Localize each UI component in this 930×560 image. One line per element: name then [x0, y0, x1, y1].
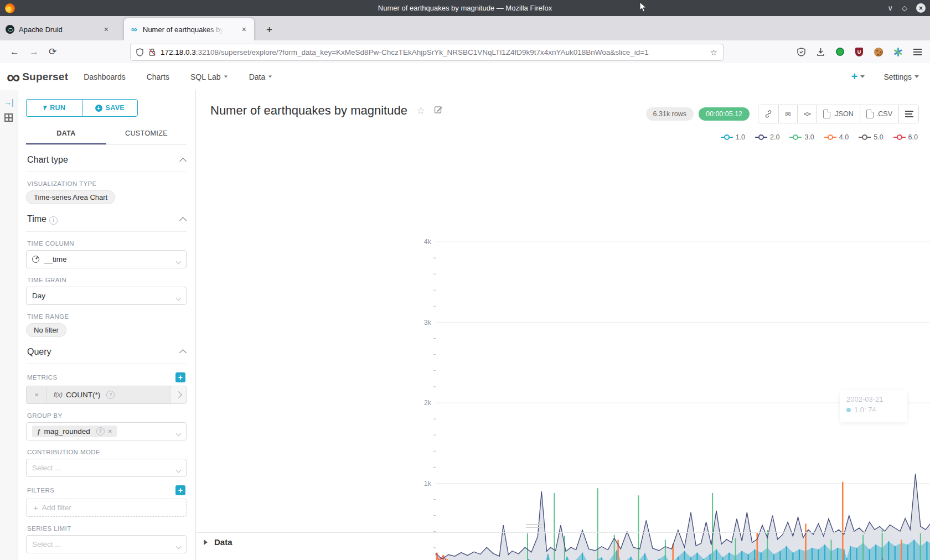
query-timer-badge: 00:00:05.12 — [699, 107, 750, 121]
extension-green-icon[interactable] — [835, 47, 845, 57]
group-by-select[interactable]: ƒmag_rounded?× — [26, 422, 187, 440]
chart-title: Numer of earthquakes by magnitude — [210, 103, 407, 118]
superset-navbar: ∞ Superset DashboardsChartsSQL LabData +… — [0, 63, 930, 91]
series-limit-select[interactable]: Select ... — [26, 535, 187, 553]
tab-label: Numer of earthquakes by — [143, 25, 224, 34]
window-maximize-button[interactable]: ◇ — [902, 4, 907, 12]
extension-burst-icon[interactable] — [893, 47, 903, 57]
forward-button[interactable]: → — [29, 46, 39, 58]
cookie-extension-icon[interactable] — [874, 47, 884, 57]
chevron-up-icon — [179, 217, 187, 224]
browser-tab-earthquakes[interactable]: ∞ Numer of earthquakes by × — [124, 18, 254, 40]
group-by-pill[interactable]: ƒmag_rounded?× — [32, 426, 117, 437]
svg-text:1k: 1k — [424, 480, 432, 488]
back-button[interactable]: ← — [10, 46, 19, 58]
reload-button[interactable]: ⟳ — [49, 46, 56, 58]
control-panel: RUN +SAVE DATA CUSTOMIZE Chart type VISU… — [18, 90, 196, 560]
add-filter-button[interactable]: + — [175, 485, 185, 495]
tab-close-icon[interactable]: × — [102, 24, 111, 35]
info-icon: i — [49, 216, 58, 225]
chart-menu-button[interactable] — [899, 105, 918, 123]
superset-icon: ∞ — [130, 25, 138, 34]
chart-container: Numer of earthquakes by magnitude ☆ 6.31… — [196, 90, 930, 560]
lock-insecure-icon[interactable] — [149, 48, 156, 56]
legend-marker-icon — [859, 135, 871, 139]
share-link-button[interactable] — [758, 105, 779, 123]
druid-icon — [6, 25, 14, 34]
data-panel-toggle[interactable]: Data — [204, 537, 232, 547]
panel-resize-handle[interactable] — [526, 524, 542, 530]
collapse-panel-icon[interactable]: →| — [4, 98, 18, 107]
file-icon — [866, 110, 874, 118]
navbar-item-charts[interactable]: Charts — [147, 72, 169, 81]
url-bar[interactable]: 172.18.0.3:32108/superset/explore/?form_… — [130, 44, 724, 61]
clock-icon — [32, 256, 39, 263]
time-range-pill[interactable]: No filter — [26, 323, 66, 337]
navbar-item-dashboards[interactable]: Dashboards — [84, 72, 126, 81]
url-text[interactable]: 172.18.0.3:32108/superset/explore/?form_… — [161, 48, 705, 56]
add-filter-dropzone[interactable]: +Add filter — [26, 499, 187, 517]
app-menu-icon[interactable] — [912, 47, 922, 57]
window-close-button[interactable]: × — [916, 3, 926, 13]
new-tab-button[interactable]: + — [262, 24, 277, 36]
legend-item-1.0[interactable]: 1.0 — [721, 133, 745, 141]
superset-logo[interactable]: ∞ Superset — [7, 69, 68, 85]
legend-item-3.0[interactable]: 3.0 — [789, 133, 814, 141]
expand-metric-icon[interactable] — [170, 386, 186, 403]
legend-marker-icon — [824, 135, 836, 139]
save-button[interactable]: +SAVE — [82, 99, 138, 117]
legend-item-5.0[interactable]: 5.0 — [859, 133, 883, 141]
tooltip-date: 2002-03-21 — [846, 395, 901, 403]
run-button[interactable]: RUN — [26, 99, 82, 117]
chart-legend: 1.02.03.04.05.06.0 — [721, 133, 918, 141]
legend-item-2.0[interactable]: 2.0 — [755, 133, 779, 141]
datasource-grid-icon[interactable] — [4, 113, 13, 122]
metric-count-pill[interactable]: × f(x)COUNT(*)? — [26, 386, 187, 404]
ublock-shield-icon[interactable]: U — [854, 47, 864, 57]
navbar-add-button[interactable]: + — [851, 70, 865, 83]
downloads-icon[interactable] — [815, 47, 825, 57]
section-chart-type[interactable]: Chart type — [26, 145, 187, 172]
viz-type-pill[interactable]: Time-series Area Chart — [26, 190, 115, 204]
bookmark-star-icon[interactable]: ☆ — [710, 48, 717, 58]
expand-arrow-icon — [204, 540, 208, 545]
legend-item-4.0[interactable]: 4.0 — [824, 133, 849, 141]
section-time[interactable]: Timei — [26, 204, 187, 232]
window-title: Numer of earthquakes by magnitude — Mozi… — [0, 4, 930, 12]
series-limit-label: SERIES LIMIT — [27, 525, 185, 532]
contribution-mode-select[interactable]: Select ... — [26, 459, 187, 477]
chevron-right-icon — [175, 391, 182, 398]
time-column-select[interactable]: __time — [26, 250, 187, 268]
edit-properties-icon[interactable] — [434, 105, 443, 117]
time-grain-label: TIME GRAIN — [27, 277, 185, 283]
left-gutter: →| — [0, 90, 18, 560]
export-csv-button[interactable]: .CSV — [860, 105, 899, 123]
legend-item-6.0[interactable]: 6.0 — [893, 133, 918, 141]
email-button[interactable]: ✉ — [779, 105, 797, 123]
view-query-button[interactable]: <> — [798, 105, 817, 123]
add-metric-button[interactable]: + — [175, 372, 185, 382]
navbar-item-sql-lab[interactable]: SQL Lab — [190, 72, 228, 81]
tooltip-value: 1.0: 74 — [854, 406, 876, 414]
section-query[interactable]: Query — [26, 337, 187, 364]
favorite-star-icon[interactable]: ☆ — [416, 105, 425, 117]
tab-close-icon[interactable]: × — [240, 24, 249, 35]
tracking-shield-icon[interactable] — [136, 48, 143, 56]
viz-type-label: VISUALIZATION TYPE — [27, 180, 185, 187]
pocket-shield-icon[interactable] — [796, 47, 806, 57]
tab-data[interactable]: DATA — [26, 125, 106, 144]
svg-text:4k: 4k — [424, 238, 432, 246]
tab-customize[interactable]: CUSTOMIZE — [106, 125, 187, 144]
chart-tooltip: 2002-03-21 1.0: 74 — [840, 390, 907, 422]
time-grain-select[interactable]: Day — [26, 287, 187, 305]
browser-tab-apache-druid[interactable]: Apache Druid × — [0, 18, 116, 40]
chevron-down-icon — [176, 467, 182, 473]
window-minimize-button[interactable]: ∨ — [887, 4, 893, 12]
time-range-label: TIME RANGE — [27, 313, 185, 320]
export-json-button[interactable]: .JSON — [817, 105, 860, 123]
firefox-icon — [5, 3, 15, 13]
navbar-settings[interactable]: Settings — [884, 72, 919, 81]
remove-group-by-icon[interactable]: × — [108, 427, 112, 435]
navbar-item-data[interactable]: Data — [249, 72, 273, 81]
remove-metric-icon[interactable]: × — [27, 386, 47, 403]
